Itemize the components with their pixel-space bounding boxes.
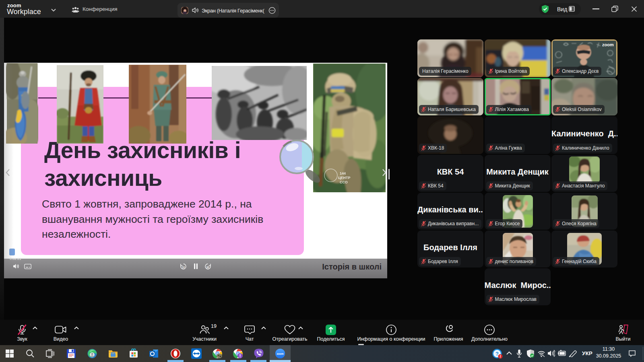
svg-text:zoom: zoom: [602, 42, 614, 47]
svg-text:ССО: ССО: [340, 180, 348, 184]
svg-text:zoom: zoom: [277, 352, 284, 355]
svg-text:ЦЕНТР: ЦЕНТР: [338, 176, 351, 180]
svg-text:30: 30: [206, 266, 210, 269]
svg-text:144: 144: [340, 171, 346, 175]
svg-text:10: 10: [182, 266, 185, 269]
